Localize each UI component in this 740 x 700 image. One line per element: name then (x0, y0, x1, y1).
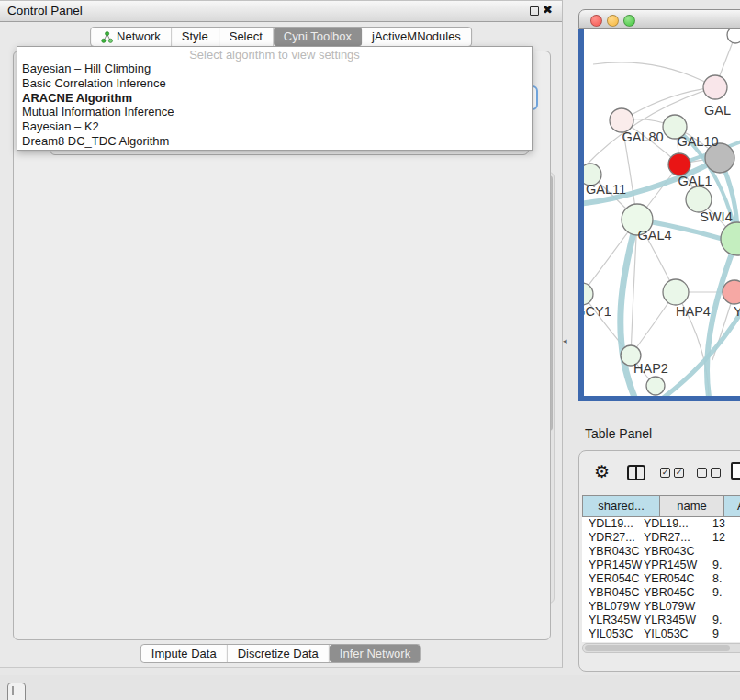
bottom-tabstrip: Impute Data Discretize Data Infer Networ… (140, 644, 421, 663)
unchecked-box-icon[interactable] (697, 468, 707, 478)
checked-box-icon[interactable]: ✓ (674, 468, 684, 478)
tab-infer-network[interactable]: Infer Network (330, 645, 420, 662)
table-row[interactable]: YIL053CYIL053C9 (582, 627, 740, 641)
algorithm-option[interactable]: Bayesian – K2 (17, 119, 532, 134)
network-node[interactable] (668, 153, 690, 175)
network-view-window: GALGAL80GAL10GAL1GAL11SWI4GAL4GCY1HAP4YH… (578, 9, 740, 401)
table-cell: 9 (712, 627, 719, 641)
network-node[interactable] (663, 279, 689, 305)
tab-network[interactable]: Network (91, 28, 172, 46)
unchecked-box-icon[interactable] (711, 468, 721, 478)
network-node[interactable] (646, 377, 665, 395)
network-edge[interactable] (584, 87, 715, 167)
tab-select[interactable]: Select (219, 28, 274, 46)
network-window-titlebar[interactable] (578, 9, 740, 29)
table-row[interactable]: YBR043CYBR043C (582, 545, 740, 559)
network-node-label: Y (734, 304, 740, 319)
network-node-label: GAL4 (637, 228, 671, 243)
network-node[interactable] (703, 75, 727, 99)
table-cell: YER054C (589, 572, 640, 586)
network-node-label: GAL10 (677, 134, 718, 149)
tab-label: Network (117, 28, 161, 46)
network-edge[interactable] (593, 62, 715, 87)
table-row[interactable]: YBR045CYBR045C9. (582, 586, 740, 600)
network-node[interactable] (721, 222, 740, 255)
table-cell: YIL053C (589, 627, 633, 641)
network-node[interactable] (584, 283, 593, 305)
table-cell: YBR043C (644, 545, 695, 559)
column-header-shared-name[interactable]: shared... (582, 495, 660, 517)
table-cell: YDR27... (644, 531, 690, 545)
table-cell: YBR045C (589, 586, 640, 600)
network-node-label: SWI4 (700, 209, 732, 224)
table-cell: YPR145W (644, 559, 697, 572)
network-node-label: GAL (704, 103, 731, 118)
table-cell: YLR345W (644, 614, 696, 627)
panel-collapse-arrow[interactable]: ◂ (563, 336, 567, 345)
algorithm-option[interactable]: Bayesian – Hill Climbing (17, 62, 532, 76)
network-node[interactable] (686, 186, 712, 212)
control-panel-window: Control Panel ✖ Network Style Select Cyn… (0, 0, 563, 668)
network-canvas[interactable]: GALGAL80GAL10GAL1GAL11SWI4GAL4GCY1HAP4YH… (584, 29, 740, 396)
close-icon[interactable]: ✖ (543, 3, 553, 17)
column-header-partial[interactable]: A (724, 495, 740, 517)
columns-icon[interactable] (627, 465, 645, 480)
table-cell: 9. (712, 559, 722, 572)
mac-zoom-button[interactable] (623, 15, 635, 27)
table-hscrollbar-thumb[interactable] (585, 645, 730, 651)
network-node[interactable] (723, 280, 740, 304)
column-header-name[interactable]: name (660, 495, 724, 517)
table-row[interactable]: YPR145WYPR145W9. (582, 559, 740, 572)
control-panel-tabstrip: Network Style Select Cyni Toolbox jActiv… (90, 27, 472, 47)
network-node-label: GAL1 (678, 174, 712, 188)
tab-jactivemnodules[interactable]: jActiveMNodules (362, 28, 471, 46)
table-row[interactable]: YER054CYER054C8. (582, 572, 740, 586)
table-cell: YER054C (644, 572, 695, 586)
tab-style[interactable]: Style (172, 28, 219, 46)
table-row[interactable]: YDR27...YDR27...12 (582, 531, 740, 545)
tab-impute-data[interactable]: Impute Data (141, 645, 228, 662)
algorithm-dropdown-list: Bayesian – Hill ClimbingBasic Correlatio… (17, 62, 532, 149)
desktop: Control Panel ✖ Network Style Select Cyn… (0, 0, 740, 700)
bottom-strip (0, 675, 740, 700)
tab-cyni-toolbox[interactable]: Cyni Toolbox (274, 28, 362, 46)
table-cell: YDL19... (589, 517, 633, 531)
algorithm-option[interactable]: ARACNE Algorithm (17, 91, 532, 106)
table-cell: 8. (712, 572, 722, 586)
table-panel-window: ⚙ ✓ ✓ shared... name A YDL19...YDL19...1… (578, 450, 740, 672)
table-row[interactable]: YBL079WYBL079W (582, 600, 740, 614)
float-window-icon[interactable] (530, 6, 539, 16)
algorithm-option[interactable]: Basic Correlation Inference (17, 76, 532, 91)
network-node-label: GAL80 (622, 130, 663, 144)
table-row[interactable]: YLR345WYLR345W9. (582, 614, 740, 627)
table-toolbar: ⚙ ✓ ✓ (579, 458, 740, 490)
table-header-row: shared... name A (582, 495, 740, 517)
table-panel-title: Table Panel (585, 426, 652, 441)
mac-minimize-button[interactable] (607, 15, 619, 27)
table-body: YDL19...YDL19...13YDR27...YDR27...12YBR0… (582, 517, 740, 642)
tab-discretize-data[interactable]: Discretize Data (228, 645, 330, 662)
algorithm-option[interactable]: Dream8 DC_TDC Algorithm (17, 134, 532, 149)
table-cell: YIL053C (644, 627, 689, 641)
collapsed-panel-icon[interactable] (7, 683, 26, 700)
algorithm-dropdown-popup: Select algorithm to view settings Bayesi… (17, 46, 533, 151)
document-icon[interactable] (731, 462, 740, 480)
table-cell: 12 (712, 531, 725, 545)
table-cell: YBR043C (589, 545, 640, 559)
checked-box-icon[interactable]: ✓ (660, 468, 670, 478)
table-cell: YDL19... (644, 517, 689, 531)
dropdown-prompt: Select algorithm to view settings (17, 48, 532, 62)
network-icon (101, 31, 113, 43)
algorithm-option[interactable]: Mutual Information Inference (17, 105, 532, 119)
panel-title: Control Panel (7, 1, 83, 21)
table-cell: 13 (712, 517, 725, 531)
control-panel-titlebar[interactable]: Control Panel ✖ (0, 1, 562, 22)
network-node-label: GCY1 (584, 304, 611, 319)
network-node[interactable] (727, 29, 740, 43)
table-cell: YBL079W (589, 600, 640, 614)
gear-icon[interactable]: ⚙ (594, 461, 610, 482)
table-cell: 9. (712, 586, 722, 600)
table-row[interactable]: YDL19...YDL19...13 (582, 517, 740, 531)
mac-close-button[interactable] (590, 15, 602, 27)
table-hscrollbar[interactable] (582, 643, 740, 653)
